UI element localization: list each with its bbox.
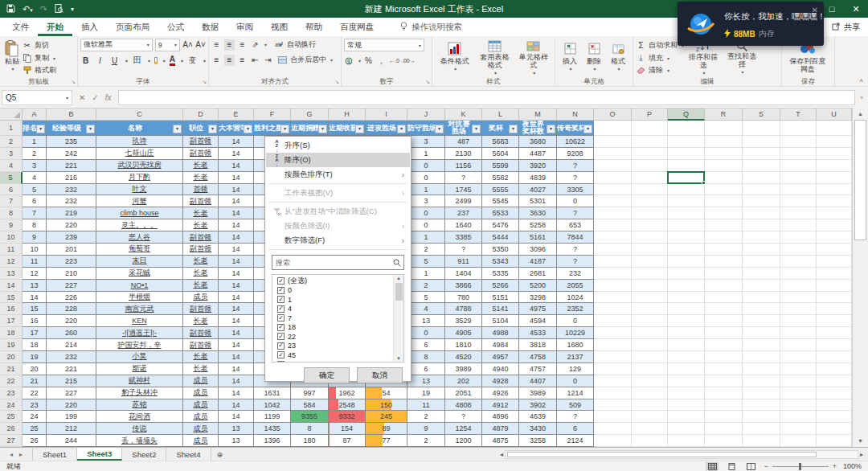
cell[interactable]: 2124 bbox=[557, 435, 594, 447]
orientation-icon[interactable]: ⇗ bbox=[250, 39, 260, 51]
cell[interactable]: 末日 bbox=[96, 256, 183, 268]
cell[interactable]: 11 bbox=[407, 399, 445, 412]
cell[interactable]: 1 bbox=[407, 231, 445, 244]
cell[interactable]: 月下酌 bbox=[96, 172, 183, 184]
cell[interactable]: 227 bbox=[47, 387, 96, 399]
increase-indent-icon[interactable]: ⇥ bbox=[263, 55, 273, 66]
wrap-text-button[interactable]: 自动换行 bbox=[287, 39, 316, 50]
cell[interactable] bbox=[780, 172, 817, 184]
cell[interactable] bbox=[668, 172, 705, 184]
cell[interactable]: 3866 bbox=[445, 280, 482, 292]
dialog-launcher-icon[interactable]: ↘ bbox=[71, 79, 76, 85]
scrollbar-thumb[interactable] bbox=[854, 120, 866, 240]
close-icon[interactable]: ✕ bbox=[812, 6, 818, 14]
cell[interactable]: 77 bbox=[366, 435, 407, 447]
cell[interactable]: KEN bbox=[96, 315, 183, 327]
row-header-4[interactable]: 4 bbox=[0, 160, 23, 172]
row-header-15[interactable]: 15 bbox=[0, 292, 23, 304]
cell[interactable]: 5104 bbox=[482, 315, 519, 327]
table-header-cell[interactable]: 对抗赛胜场▾ bbox=[445, 121, 482, 136]
table-header-cell[interactable]: 奖杯▾ bbox=[482, 121, 519, 136]
cell[interactable]: 0 bbox=[407, 219, 445, 231]
cell[interactable]: 15 bbox=[23, 303, 47, 315]
cell[interactable]: 恶人谷 bbox=[96, 231, 183, 244]
copy-button[interactable]: 复制▾ bbox=[22, 52, 56, 64]
cell[interactable] bbox=[743, 387, 780, 399]
cell[interactable]: 4839 bbox=[519, 172, 557, 184]
cell[interactable] bbox=[632, 423, 668, 435]
cell[interactable]: 22 bbox=[23, 387, 47, 399]
cell[interactable]: 4896 bbox=[482, 411, 519, 423]
add-sheet-icon[interactable]: ⊕ bbox=[211, 448, 229, 461]
table-header-cell[interactable]: 经验等级▾ bbox=[47, 121, 96, 136]
cell[interactable]: 4487 bbox=[519, 148, 557, 160]
cell[interactable] bbox=[705, 303, 743, 315]
cell[interactable] bbox=[817, 268, 852, 280]
cell[interactable] bbox=[632, 363, 668, 375]
cell[interactable] bbox=[817, 184, 852, 196]
checkbox-checked-icon[interactable]: ✓ bbox=[277, 361, 285, 362]
cell[interactable]: 5 bbox=[407, 256, 445, 268]
table-header-cell[interactable]: 传奇奖杯数▾ bbox=[557, 121, 594, 136]
cell[interactable]: 11 bbox=[23, 256, 47, 268]
cell[interactable]: 13 bbox=[219, 435, 254, 447]
cell[interactable] bbox=[817, 172, 852, 184]
scroll-down-icon[interactable]: ▾ bbox=[397, 355, 400, 362]
cell[interactable] bbox=[743, 268, 780, 280]
cell[interactable] bbox=[668, 136, 705, 148]
cell[interactable]: 223 bbox=[47, 256, 96, 268]
cell[interactable] bbox=[632, 219, 668, 231]
cell[interactable] bbox=[668, 435, 705, 447]
vertical-scrollbar[interactable]: ▴ ▾ bbox=[852, 108, 868, 447]
italic-button[interactable]: I bbox=[95, 55, 105, 66]
cell[interactable]: 13 bbox=[407, 315, 445, 327]
filter-value-item[interactable]: ✓7 bbox=[277, 313, 391, 323]
table-header-cell[interactable]: 防守胜场▾ bbox=[407, 121, 445, 136]
cell[interactable]: 副首领 bbox=[183, 231, 219, 244]
cell[interactable]: 19 bbox=[23, 351, 47, 363]
cell[interactable] bbox=[743, 399, 780, 412]
cell[interactable] bbox=[668, 387, 705, 399]
cell[interactable] bbox=[668, 351, 705, 363]
cell[interactable]: 14 bbox=[219, 148, 254, 160]
cancel-button[interactable]: 取消 bbox=[357, 367, 403, 383]
cell[interactable] bbox=[594, 351, 632, 363]
cell[interactable]: ? bbox=[557, 172, 594, 184]
row-header-21[interactable]: 21 bbox=[0, 363, 23, 375]
cell[interactable] bbox=[668, 195, 705, 207]
bold-button[interactable]: B bbox=[80, 55, 91, 66]
cell[interactable]: 232 bbox=[557, 268, 594, 280]
cell[interactable]: 副首领 bbox=[183, 195, 219, 207]
filter-button-M[interactable]: ▾ bbox=[547, 125, 555, 133]
cell[interactable] bbox=[632, 411, 668, 423]
merge-center-button[interactable]: 合并后居中 bbox=[290, 55, 326, 65]
cell[interactable]: 14 bbox=[219, 268, 254, 280]
cell[interactable]: 4957 bbox=[482, 351, 519, 363]
cell[interactable]: NO•1 bbox=[96, 280, 183, 292]
col-header-C[interactable]: C bbox=[96, 109, 183, 121]
cell[interactable]: 14 bbox=[219, 160, 254, 172]
cell[interactable]: 487 bbox=[445, 136, 482, 148]
cell[interactable] bbox=[594, 160, 632, 172]
cell[interactable]: 1 bbox=[407, 184, 445, 196]
delete-cells-button[interactable]: 删除 ▾ bbox=[582, 39, 606, 77]
filter-search-box[interactable] bbox=[272, 255, 404, 270]
cell[interactable]: 4912 bbox=[482, 399, 519, 412]
cell[interactable] bbox=[780, 435, 817, 447]
cell[interactable]: 9 bbox=[407, 423, 445, 435]
cell[interactable] bbox=[632, 121, 668, 136]
cell[interactable]: 副首领 bbox=[183, 327, 219, 339]
cell[interactable] bbox=[817, 387, 852, 399]
cell[interactable]: 4027 bbox=[519, 184, 557, 196]
scrollbar-thumb[interactable] bbox=[507, 452, 817, 457]
filter-search-input[interactable] bbox=[272, 259, 391, 267]
cell[interactable] bbox=[705, 363, 743, 375]
cell-styles-button[interactable]: 单元格样式 ▾ bbox=[514, 39, 552, 77]
col-header-I[interactable]: I bbox=[366, 109, 407, 121]
cell[interactable] bbox=[780, 315, 817, 327]
cell[interactable]: 89 bbox=[366, 423, 407, 435]
cell[interactable] bbox=[668, 280, 705, 292]
cell[interactable]: ? bbox=[445, 244, 482, 256]
cell[interactable]: 18 bbox=[23, 339, 47, 351]
cell[interactable]: 苏铭 bbox=[96, 399, 183, 412]
